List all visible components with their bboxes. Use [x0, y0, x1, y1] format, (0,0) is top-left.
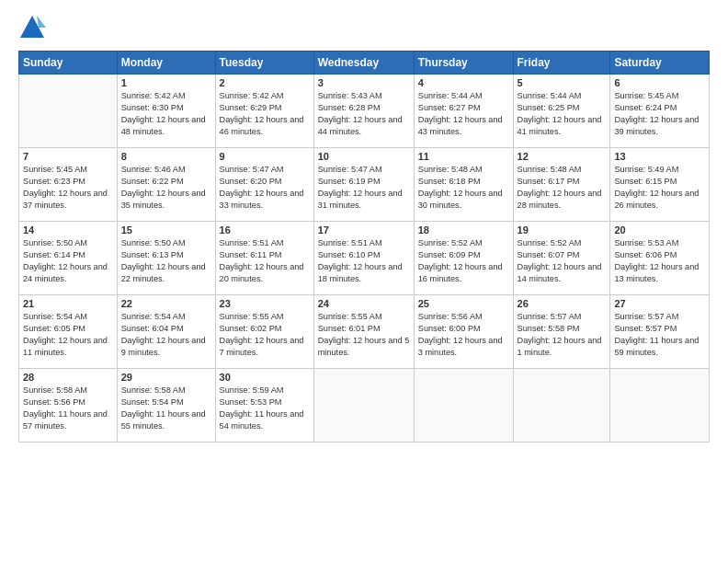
day-info: Sunrise: 5:42 AM Sunset: 6:30 PM Dayligh…	[121, 90, 211, 138]
calendar-day-cell: 24 Sunrise: 5:55 AM Sunset: 6:01 PM Dayl…	[313, 295, 414, 369]
calendar-week-row: 28 Sunrise: 5:58 AM Sunset: 5:56 PM Dayl…	[19, 369, 710, 442]
calendar-day-header: Thursday	[414, 52, 513, 75]
day-number: 2	[220, 77, 310, 88]
calendar-day-cell: 2 Sunrise: 5:42 AM Sunset: 6:29 PM Dayli…	[215, 75, 313, 148]
calendar-day-cell	[414, 369, 513, 442]
calendar-day-cell	[19, 75, 118, 148]
day-number: 26	[518, 298, 607, 309]
day-info: Sunrise: 5:44 AM Sunset: 6:27 PM Dayligh…	[418, 90, 509, 138]
day-number: 3	[318, 77, 410, 88]
logo	[18, 14, 51, 41]
calendar-day-cell: 5 Sunrise: 5:44 AM Sunset: 6:25 PM Dayli…	[513, 75, 610, 148]
calendar-day-cell: 27 Sunrise: 5:57 AM Sunset: 5:57 PM Dayl…	[610, 295, 710, 369]
day-number: 12	[518, 151, 607, 162]
day-info: Sunrise: 5:58 AM Sunset: 5:54 PM Dayligh…	[121, 385, 211, 432]
calendar-day-cell: 12 Sunrise: 5:48 AM Sunset: 6:17 PM Dayl…	[513, 148, 610, 222]
day-number: 21	[23, 298, 113, 309]
day-info: Sunrise: 5:51 AM Sunset: 6:10 PM Dayligh…	[318, 237, 410, 285]
day-number: 5	[518, 77, 607, 88]
day-info: Sunrise: 5:54 AM Sunset: 6:05 PM Dayligh…	[23, 311, 113, 359]
day-info: Sunrise: 5:44 AM Sunset: 6:25 PM Dayligh…	[518, 90, 607, 138]
calendar-day-cell: 26 Sunrise: 5:57 AM Sunset: 5:58 PM Dayl…	[513, 295, 610, 369]
day-number: 7	[23, 151, 113, 162]
day-info: Sunrise: 5:47 AM Sunset: 6:20 PM Dayligh…	[220, 164, 310, 212]
day-number: 1	[121, 77, 211, 88]
calendar-header-row: SundayMondayTuesdayWednesdayThursdayFrid…	[19, 52, 710, 75]
day-info: Sunrise: 5:45 AM Sunset: 6:24 PM Dayligh…	[614, 90, 705, 138]
calendar-day-cell: 16 Sunrise: 5:51 AM Sunset: 6:11 PM Dayl…	[215, 222, 313, 295]
calendar-day-cell	[610, 369, 710, 442]
calendar-day-cell: 1 Sunrise: 5:42 AM Sunset: 6:30 PM Dayli…	[117, 75, 215, 148]
calendar-week-row: 21 Sunrise: 5:54 AM Sunset: 6:05 PM Dayl…	[19, 295, 710, 369]
calendar-table: SundayMondayTuesdayWednesdayThursdayFrid…	[18, 51, 710, 442]
day-info: Sunrise: 5:52 AM Sunset: 6:07 PM Dayligh…	[518, 237, 607, 285]
calendar-day-cell: 3 Sunrise: 5:43 AM Sunset: 6:28 PM Dayli…	[313, 75, 414, 148]
day-number: 16	[220, 224, 310, 236]
calendar-day-cell: 4 Sunrise: 5:44 AM Sunset: 6:27 PM Dayli…	[414, 75, 513, 148]
day-info: Sunrise: 5:48 AM Sunset: 6:17 PM Dayligh…	[518, 164, 607, 212]
day-info: Sunrise: 5:49 AM Sunset: 6:15 PM Dayligh…	[614, 164, 705, 212]
logo-icon	[18, 14, 46, 41]
calendar-week-row: 7 Sunrise: 5:45 AM Sunset: 6:23 PM Dayli…	[19, 148, 710, 222]
day-number: 27	[614, 298, 705, 309]
calendar-day-cell: 20 Sunrise: 5:53 AM Sunset: 6:06 PM Dayl…	[610, 222, 710, 295]
calendar-day-cell: 19 Sunrise: 5:52 AM Sunset: 6:07 PM Dayl…	[513, 222, 610, 295]
calendar-day-header: Saturday	[610, 52, 710, 75]
calendar-day-cell: 11 Sunrise: 5:48 AM Sunset: 6:18 PM Dayl…	[414, 148, 513, 222]
day-info: Sunrise: 5:59 AM Sunset: 5:53 PM Dayligh…	[220, 385, 310, 432]
day-number: 30	[220, 372, 310, 383]
day-number: 24	[318, 298, 410, 309]
calendar-day-cell: 14 Sunrise: 5:50 AM Sunset: 6:14 PM Dayl…	[19, 222, 118, 295]
calendar-day-cell: 23 Sunrise: 5:55 AM Sunset: 6:02 PM Dayl…	[215, 295, 313, 369]
day-info: Sunrise: 5:57 AM Sunset: 5:57 PM Dayligh…	[614, 311, 705, 359]
day-number: 14	[23, 224, 113, 236]
day-number: 29	[121, 372, 211, 383]
day-number: 11	[418, 151, 509, 162]
calendar-day-cell	[513, 369, 610, 442]
calendar-day-header: Friday	[513, 52, 610, 75]
calendar-day-cell: 9 Sunrise: 5:47 AM Sunset: 6:20 PM Dayli…	[215, 148, 313, 222]
header	[18, 14, 710, 41]
calendar-day-header: Monday	[117, 52, 215, 75]
day-info: Sunrise: 5:42 AM Sunset: 6:29 PM Dayligh…	[220, 90, 310, 138]
page: SundayMondayTuesdayWednesdayThursdayFrid…	[0, 0, 728, 563]
day-number: 20	[614, 224, 705, 236]
day-info: Sunrise: 5:55 AM Sunset: 6:02 PM Dayligh…	[220, 311, 310, 359]
day-number: 17	[318, 224, 410, 236]
day-number: 18	[418, 224, 509, 236]
calendar-day-cell: 15 Sunrise: 5:50 AM Sunset: 6:13 PM Dayl…	[117, 222, 215, 295]
day-info: Sunrise: 5:48 AM Sunset: 6:18 PM Dayligh…	[418, 164, 509, 212]
day-info: Sunrise: 5:45 AM Sunset: 6:23 PM Dayligh…	[23, 164, 113, 212]
day-info: Sunrise: 5:56 AM Sunset: 6:00 PM Dayligh…	[418, 311, 509, 359]
day-info: Sunrise: 5:46 AM Sunset: 6:22 PM Dayligh…	[121, 164, 211, 212]
calendar-day-header: Tuesday	[215, 52, 313, 75]
day-number: 23	[220, 298, 310, 309]
calendar-day-cell: 29 Sunrise: 5:58 AM Sunset: 5:54 PM Dayl…	[117, 369, 215, 442]
calendar-day-header: Wednesday	[313, 52, 414, 75]
calendar-day-cell: 17 Sunrise: 5:51 AM Sunset: 6:10 PM Dayl…	[313, 222, 414, 295]
day-number: 9	[220, 151, 310, 162]
day-number: 13	[614, 151, 705, 162]
calendar-day-cell: 28 Sunrise: 5:58 AM Sunset: 5:56 PM Dayl…	[19, 369, 118, 442]
day-info: Sunrise: 5:52 AM Sunset: 6:09 PM Dayligh…	[418, 237, 509, 285]
calendar-day-cell: 10 Sunrise: 5:47 AM Sunset: 6:19 PM Dayl…	[313, 148, 414, 222]
day-info: Sunrise: 5:43 AM Sunset: 6:28 PM Dayligh…	[318, 90, 410, 138]
day-number: 22	[121, 298, 211, 309]
calendar-week-row: 1 Sunrise: 5:42 AM Sunset: 6:30 PM Dayli…	[19, 75, 710, 148]
day-info: Sunrise: 5:55 AM Sunset: 6:01 PM Dayligh…	[318, 311, 410, 359]
calendar-day-cell: 7 Sunrise: 5:45 AM Sunset: 6:23 PM Dayli…	[19, 148, 118, 222]
calendar-day-cell: 13 Sunrise: 5:49 AM Sunset: 6:15 PM Dayl…	[610, 148, 710, 222]
day-number: 15	[121, 224, 211, 236]
day-info: Sunrise: 5:53 AM Sunset: 6:06 PM Dayligh…	[614, 237, 705, 285]
calendar-day-cell: 18 Sunrise: 5:52 AM Sunset: 6:09 PM Dayl…	[414, 222, 513, 295]
day-number: 8	[121, 151, 211, 162]
calendar-day-cell: 6 Sunrise: 5:45 AM Sunset: 6:24 PM Dayli…	[610, 75, 710, 148]
day-number: 25	[418, 298, 509, 309]
calendar-day-cell: 8 Sunrise: 5:46 AM Sunset: 6:22 PM Dayli…	[117, 148, 215, 222]
calendar-week-row: 14 Sunrise: 5:50 AM Sunset: 6:14 PM Dayl…	[19, 222, 710, 295]
calendar-day-cell	[313, 369, 414, 442]
day-number: 4	[418, 77, 509, 88]
day-number: 6	[614, 77, 705, 88]
day-number: 28	[23, 372, 113, 383]
calendar-day-cell: 21 Sunrise: 5:54 AM Sunset: 6:05 PM Dayl…	[19, 295, 118, 369]
